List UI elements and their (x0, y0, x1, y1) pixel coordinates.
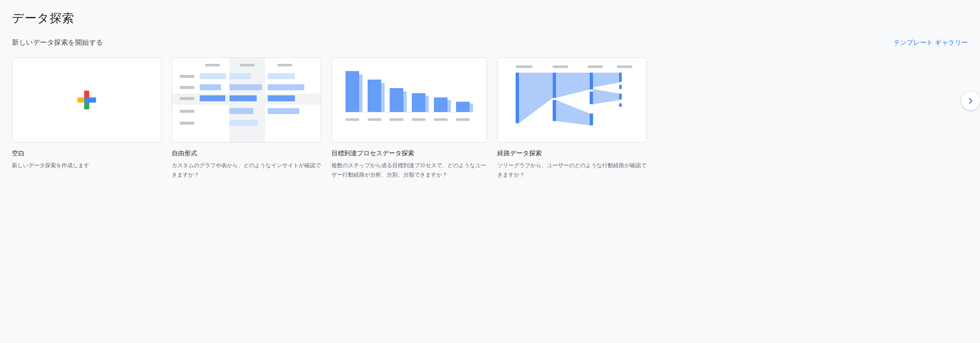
svg-rect-8 (590, 91, 593, 104)
card-funnel-desc: 複数のステップから成る目標到達プロセスで、どのようなユーザー行動経路が分析、分割… (331, 161, 487, 180)
svg-rect-6 (552, 100, 556, 121)
card-path[interactable]: 経路データ探索 ツリーグラフから、ユーザーのどのような行動経路が確認できますか？ (497, 57, 647, 180)
svg-rect-11 (619, 85, 622, 89)
funnel-chart-icon (332, 58, 487, 142)
page-title: データ探索 (12, 10, 968, 26)
card-blank-title: 空白 (12, 149, 161, 157)
card-funnel[interactable]: 目標到達プロセスデータ探索 複数のステップから成る目標到達プロセスで、どのような… (331, 57, 487, 180)
svg-rect-0 (515, 66, 532, 68)
subtitle: 新しいデータ探索を開始する (12, 38, 103, 47)
card-freeform-preview[interactable] (172, 57, 321, 143)
plus-icon (77, 91, 96, 109)
svg-rect-2 (588, 66, 603, 68)
chevron-right-icon (966, 96, 975, 106)
svg-rect-12 (619, 94, 622, 100)
card-freeform-desc: カスタムのグラフや表から、どのようなインサイトが確認できますか？ (172, 161, 321, 180)
card-blank[interactable]: 空白 新しいデータ探索を作成します (12, 57, 161, 170)
template-cards: 空白 新しいデータ探索を作成します (12, 57, 968, 180)
template-gallery-link[interactable]: テンプレート ギャラリー (894, 39, 968, 47)
freeform-table-icon (172, 58, 321, 142)
card-path-preview[interactable] (497, 57, 647, 143)
card-blank-preview[interactable] (12, 57, 161, 143)
svg-rect-4 (515, 73, 519, 123)
card-blank-desc: 新しいデータ探索を作成します (12, 161, 161, 170)
subheader: 新しいデータ探索を開始する テンプレート ギャラリー (12, 38, 968, 47)
card-path-desc: ツリーグラフから、ユーザーのどのような行動経路が確認できますか？ (497, 161, 647, 180)
svg-rect-9 (590, 114, 593, 126)
scroll-next-button[interactable] (961, 91, 980, 110)
card-funnel-title: 目標到達プロセスデータ探索 (331, 149, 487, 157)
svg-rect-1 (552, 66, 568, 68)
card-freeform[interactable]: 自由形式 カスタムのグラフや表から、どのようなインサイトが確認できますか？ (172, 57, 321, 180)
card-path-title: 経路データ探索 (497, 149, 647, 157)
svg-rect-7 (590, 73, 593, 90)
sankey-chart-icon (498, 58, 646, 142)
svg-rect-13 (619, 103, 622, 107)
card-freeform-title: 自由形式 (172, 149, 321, 157)
svg-rect-3 (617, 66, 632, 68)
card-funnel-preview[interactable] (331, 57, 487, 143)
svg-rect-5 (552, 73, 556, 98)
svg-rect-10 (619, 73, 622, 82)
